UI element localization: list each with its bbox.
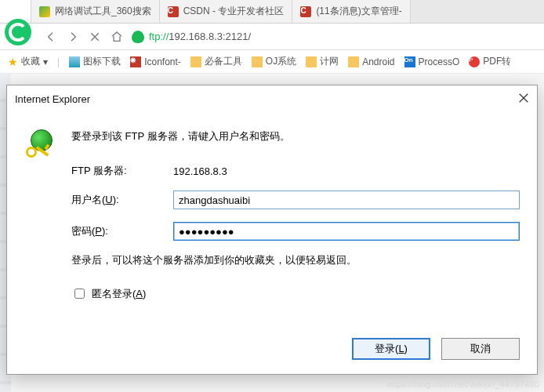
username-row: 用户名(U):	[71, 191, 520, 209]
chevron-icon: ▾	[43, 56, 48, 67]
url-rest: 192.168.8.3:2121/	[169, 31, 251, 42]
folder-icon	[306, 56, 317, 67]
favorites-button[interactable]: ★ 收藏 ▾	[8, 55, 48, 68]
anonymous-checkbox-label[interactable]: 匿名登录(A)	[71, 286, 520, 301]
folder-icon	[348, 56, 359, 67]
login-button[interactable]: 登录(L)	[352, 338, 430, 360]
bm-label: 必备工具	[205, 55, 242, 68]
folder-icon	[190, 56, 201, 67]
pdf-icon: P	[469, 56, 480, 67]
dialog-title-text: Internet Explorer	[15, 93, 90, 105]
bookmarks-bar: ★ 收藏 ▾ | 图标下载 ❋Iconfont- 必备工具 OJ系统 计网 An…	[0, 50, 544, 74]
favicon-csdn-icon: C	[168, 6, 179, 17]
divider: |	[57, 56, 60, 67]
bm-3[interactable]: OJ系统	[252, 55, 296, 68]
key-icon	[24, 129, 57, 162]
tab-label: CSDN - 专业开发者社区	[183, 5, 285, 18]
server-label: FTP 服务器:	[71, 164, 173, 178]
favicon-csdn-icon: C	[300, 6, 311, 17]
favicon-360-icon	[39, 6, 50, 17]
url-proto: ftp://	[149, 31, 169, 42]
star-icon: ★	[8, 56, 18, 68]
tab-label: (11条消息)文章管理-	[316, 5, 401, 18]
ftp-login-dialog: Internet Explorer 要登录到该 FTP 服务器，请键入用户名和密…	[6, 85, 538, 375]
processon-icon: On	[404, 56, 415, 67]
bm-5[interactable]: Android	[348, 56, 394, 67]
dialog-button-row: 登录(L) 取消	[7, 330, 537, 374]
tab-1[interactable]: C CSDN - 专业开发者社区	[160, 0, 293, 23]
username-input[interactable]	[173, 191, 520, 209]
tab-bar: 网络调试工具_360搜索 C CSDN - 专业开发者社区 C (11条消息)文…	[0, 0, 544, 24]
dialog-titlebar: Internet Explorer	[7, 85, 537, 112]
forward-button[interactable]	[66, 30, 80, 44]
dialog-close-button[interactable]	[518, 93, 529, 106]
iconfont-icon: ❋	[130, 56, 141, 67]
bm-1[interactable]: ❋Iconfont-	[130, 56, 181, 67]
bm-0[interactable]: 图标下载	[69, 55, 121, 68]
watermark: https://blog.csdn.net/weixin_44797490	[386, 379, 539, 389]
tab-0[interactable]: 网络调试工具_360搜索	[31, 0, 160, 23]
folder-icon	[252, 56, 263, 67]
bm-label: 计网	[320, 55, 339, 68]
close-button[interactable]	[88, 30, 102, 44]
bm-6[interactable]: OnProcessO	[404, 56, 460, 67]
shield-icon	[132, 31, 144, 43]
fav-label: 收藏	[21, 55, 40, 68]
server-row: FTP 服务器: 192.168.8.3	[71, 164, 520, 178]
bm-label: Iconfont-	[144, 56, 181, 67]
bm-label: Android	[362, 56, 394, 67]
dialog-note: 登录后，可以将这个服务器添加到你的收藏夹，以便轻易返回。	[71, 253, 520, 267]
url-bar[interactable]: ftp://192.168.8.3:2121/	[132, 31, 536, 43]
bm-2[interactable]: 必备工具	[190, 55, 242, 68]
bm-label: 图标下载	[83, 55, 121, 68]
nav-bar: ftp://192.168.8.3:2121/	[0, 24, 544, 50]
anonymous-text: 匿名登录(A)	[92, 287, 146, 301]
tab-label: 网络调试工具_360搜索	[55, 5, 151, 18]
bm-label: ProcessO	[419, 56, 460, 67]
bm-label: PDF转	[483, 55, 511, 68]
bm-label: OJ系统	[266, 55, 296, 68]
password-row: 密码(P):	[71, 222, 520, 241]
anonymous-checkbox[interactable]	[74, 289, 85, 299]
image-icon	[69, 56, 80, 67]
home-button[interactable]	[110, 30, 124, 44]
cancel-button[interactable]: 取消	[441, 338, 520, 360]
browser-logo	[5, 19, 31, 45]
bm-4[interactable]: 计网	[306, 55, 339, 68]
tab-2[interactable]: C (11条消息)文章管理-	[292, 0, 410, 23]
dialog-prompt: 要登录到该 FTP 服务器，请键入用户名和密码。	[71, 129, 520, 143]
back-button[interactable]	[44, 30, 58, 44]
password-label: 密码(P):	[71, 224, 173, 238]
password-input[interactable]	[173, 222, 520, 241]
bm-7[interactable]: PPDF转	[469, 55, 511, 68]
username-label: 用户名(U):	[71, 193, 173, 207]
server-value: 192.168.8.3	[173, 165, 227, 177]
